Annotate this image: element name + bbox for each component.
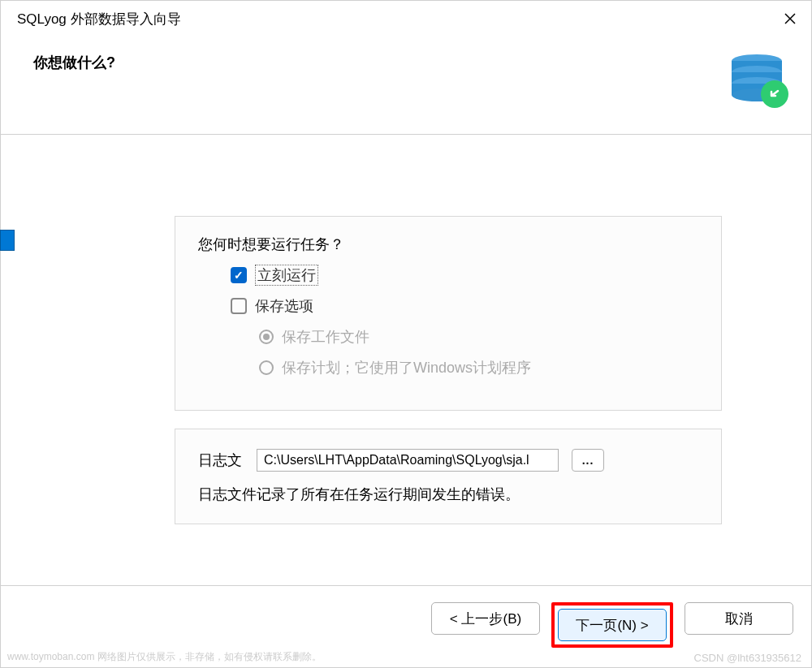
run-options-panel: 您何时想要运行任务？ 立刻运行 保存选项 保存工作文件 保存计划；它使用了Win… (175, 216, 722, 411)
save-schedule-radio[interactable] (259, 360, 274, 375)
log-label: 日志文 (198, 450, 242, 470)
next-highlight: 下一页(N) > (551, 602, 673, 648)
save-sub-options: 保存工作文件 保存计划；它使用了Windows计划程序 (259, 325, 698, 379)
log-path-row: 日志文 ... (198, 449, 698, 472)
save-options-checkbox[interactable] (231, 298, 247, 314)
footer-buttons: < 上一步(B) 下一页(N) > 取消 (1, 585, 811, 648)
cancel-button[interactable]: 取消 (685, 602, 793, 635)
browse-button[interactable]: ... (572, 449, 604, 472)
run-now-label: 立刻运行 (255, 265, 318, 286)
header-section: 你想做什么? (1, 37, 811, 135)
watermark-left: www.toymoban.com 网络图片仅供展示，非存储，如有侵权请联系删除。 (7, 650, 322, 664)
save-job-radio[interactable] (259, 330, 274, 344)
run-question-label: 您何时想要运行任务？ (198, 235, 698, 254)
back-button[interactable]: < 上一步(B) (431, 602, 540, 635)
save-schedule-option[interactable]: 保存计划；它使用了Windows计划程序 (259, 356, 698, 379)
next-button[interactable]: 下一页(N) > (558, 609, 667, 641)
run-now-option[interactable]: 立刻运行 (231, 264, 698, 287)
save-schedule-label: 保存计划；它使用了Windows计划程序 (282, 358, 531, 377)
save-options-label: 保存选项 (255, 296, 313, 316)
log-panel: 日志文 ... 日志文件记录了所有在任务运行期间发生的错误。 (175, 429, 722, 524)
log-path-input[interactable] (257, 449, 559, 472)
run-now-checkbox[interactable] (231, 267, 247, 283)
title-bar: SQLyog 外部数据导入向导 (1, 1, 811, 37)
page-title: 你想做什么? (33, 53, 115, 72)
save-job-option[interactable]: 保存工作文件 (259, 325, 698, 348)
log-description: 日志文件记录了所有在任务运行期间发生的错误。 (198, 485, 698, 504)
save-job-label: 保存工作文件 (282, 327, 369, 347)
watermark-right: CSDN @lht631935612 (694, 652, 801, 664)
database-import-icon (730, 53, 788, 111)
content-area: 您何时想要运行任务？ 立刻运行 保存选项 保存工作文件 保存计划；它使用了Win… (1, 135, 811, 541)
wizard-window: SQLyog 外部数据导入向导 你想做什么? 您何时想要运行任务？ (0, 0, 812, 668)
window-title: SQLyog 外部数据导入向导 (17, 10, 181, 28)
save-options-option[interactable]: 保存选项 (231, 295, 698, 317)
close-button[interactable] (782, 11, 798, 27)
